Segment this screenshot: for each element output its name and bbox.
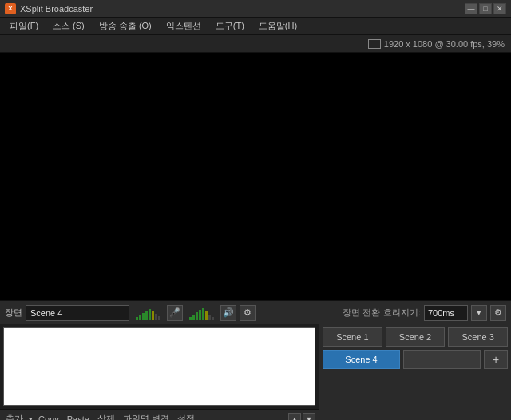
- app-icon: X: [5, 3, 16, 14]
- source-order-buttons: ▲ ▼: [288, 413, 315, 421]
- audio-bar: [158, 316, 160, 320]
- sources-toolbar: 추가 ▾ Copy Paste 삭제 파일명 변경 설정 ▲ ▼: [0, 409, 319, 420]
- add-source-dropdown[interactable]: ▾: [29, 415, 33, 421]
- rename-source-button[interactable]: 파일명 변경: [121, 411, 172, 420]
- scene-1-button[interactable]: Scene 1: [323, 327, 382, 347]
- scene-3-button[interactable]: Scene 3: [448, 327, 508, 347]
- scene-empty-slot: [403, 350, 481, 369]
- audio-bar: [199, 310, 201, 320]
- scenes-row-2: Scene 4 +: [323, 350, 508, 369]
- monitor-icon: [368, 39, 381, 49]
- audio-bar: [205, 311, 208, 320]
- window-controls: — □ ✕: [465, 3, 506, 14]
- audio-meter-left: [136, 306, 160, 320]
- audio-settings-button[interactable]: ⚙: [240, 305, 256, 321]
- audio-bar: [149, 309, 151, 320]
- delay-input[interactable]: [424, 305, 468, 321]
- scene-name-input[interactable]: [26, 305, 129, 321]
- scene-4-button[interactable]: Scene 4: [323, 350, 400, 369]
- paste-source-button[interactable]: Paste: [65, 413, 92, 421]
- menu-help[interactable]: 도움말(H): [252, 18, 303, 34]
- audio-bar: [155, 314, 157, 320]
- menu-tools[interactable]: 도구(T): [209, 18, 251, 34]
- transition-settings-button[interactable]: ⚙: [490, 305, 506, 321]
- resolution-status: 1920 x 1080 @ 30.00 fps, 39%: [384, 39, 505, 49]
- app-title: XSplit Broadcaster: [20, 4, 465, 14]
- scene-label: 장면: [5, 307, 22, 319]
- menu-broadcast[interactable]: 방송 송출 (O): [93, 18, 158, 34]
- title-bar: X XSplit Broadcaster — □ ✕: [0, 0, 511, 18]
- menu-file[interactable]: 파일(F): [3, 18, 45, 34]
- sources-panel: 추가 ▾ Copy Paste 삭제 파일명 변경 설정 ▲ ▼: [0, 324, 319, 420]
- mic-button[interactable]: 🎤: [167, 305, 183, 321]
- audio-meter-right: [189, 306, 214, 320]
- scene-2-button[interactable]: Scene 2: [386, 327, 446, 347]
- sources-list: [3, 327, 315, 406]
- maximize-button[interactable]: □: [479, 3, 492, 14]
- audio-bar: [196, 312, 198, 320]
- menu-extension[interactable]: 익스텐션: [160, 18, 208, 34]
- scene-controls-bar: 장면 🎤 🔊 ⚙ 장면 전환 흐려지기: ▾ ⚙: [0, 300, 511, 324]
- audio-bar: [145, 311, 148, 320]
- transition-dropdown-button[interactable]: ▾: [471, 305, 487, 321]
- settings-source-button[interactable]: 설정: [175, 411, 197, 420]
- main-content-area: 추가 ▾ Copy Paste 삭제 파일명 변경 설정 ▲ ▼ Scene 1…: [0, 324, 511, 420]
- transition-controls: 장면 전환 흐려지기: ▾ ⚙: [343, 305, 506, 321]
- audio-bar: [208, 315, 211, 320]
- menu-bar: 파일(F) 소스 (S) 방송 송출 (O) 익스텐션 도구(T) 도움말(H): [0, 18, 511, 35]
- audio-bar: [202, 308, 204, 320]
- delay-label: 흐려지기:: [383, 307, 421, 319]
- source-move-up-button[interactable]: ▲: [288, 413, 301, 421]
- add-source-button[interactable]: 추가: [3, 411, 26, 420]
- menu-source[interactable]: 소스 (S): [46, 18, 91, 34]
- transition-label: 장면 전환: [343, 307, 380, 319]
- audio-bar: [189, 317, 192, 320]
- audio-bar: [152, 311, 154, 320]
- preview-canvas: [0, 53, 511, 300]
- audio-bar: [212, 317, 214, 320]
- scenes-row-1: Scene 1 Scene 2 Scene 3: [323, 327, 508, 347]
- audio-bar: [192, 315, 195, 320]
- audio-bar: [139, 315, 141, 320]
- close-button[interactable]: ✕: [493, 3, 506, 14]
- audio-bar: [136, 317, 138, 320]
- copy-source-button[interactable]: Copy: [36, 413, 61, 421]
- speaker-button[interactable]: 🔊: [220, 305, 236, 321]
- delete-source-button[interactable]: 삭제: [95, 411, 117, 420]
- scenes-panel: Scene 1 Scene 2 Scene 3 Scene 4 +: [319, 324, 511, 420]
- minimize-button[interactable]: —: [465, 3, 477, 14]
- source-move-down-button[interactable]: ▼: [303, 413, 315, 421]
- add-scene-button[interactable]: +: [484, 350, 508, 369]
- status-top-bar: 1920 x 1080 @ 30.00 fps, 39%: [0, 35, 511, 53]
- audio-bar: [142, 313, 145, 320]
